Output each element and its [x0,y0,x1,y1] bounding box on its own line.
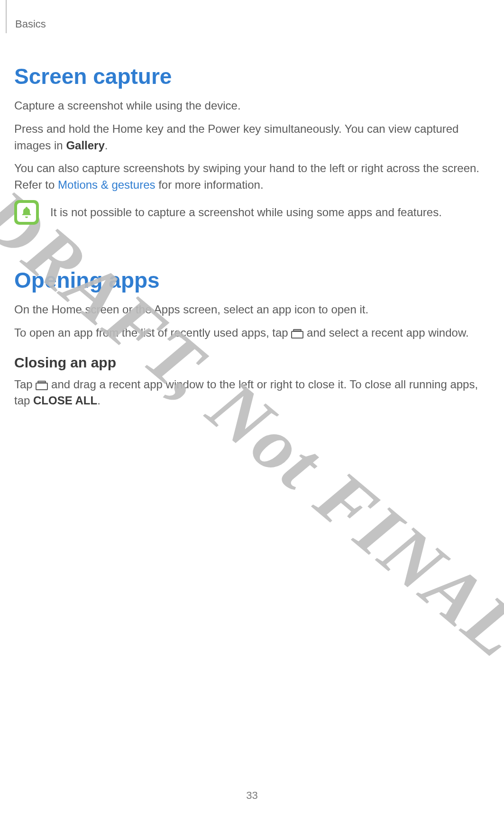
text: Tap [14,378,36,391]
heading-opening-apps: Opening apps [14,267,490,293]
breadcrumb: Basics [15,18,490,30]
recent-apps-icon [36,378,48,388]
text: and select a recent app window. [303,326,468,339]
paragraph: Press and hold the Home key and the Powe… [14,121,490,154]
heading-screen-capture: Screen capture [14,64,490,89]
bold-text-close-all: CLOSE ALL [33,394,97,407]
text: . [105,139,108,152]
note-text: It is not possible to capture a screensh… [50,204,442,221]
note-bell-icon [14,200,39,225]
link-motions-gestures[interactable]: Motions & gestures [58,178,155,191]
paragraph: Tap and drag a recent app window to the … [14,376,490,410]
document-page: Basics DRAFT, Not FINAL Screen capture C… [0,0,504,815]
paragraph: Capture a screenshot while using the dev… [14,98,490,114]
subheading-closing-an-app: Closing an app [14,355,490,371]
paragraph: On the Home screen or the Apps screen, s… [14,302,490,318]
text: for more information. [155,178,263,191]
page-number: 33 [246,789,257,802]
recent-apps-icon [291,327,303,336]
draft-watermark: DRAFT, Not FINAL [0,172,504,676]
svg-rect-2 [36,383,47,390]
paragraph: To open an app from the list of recently… [14,325,490,341]
text: To open an app from the list of recently… [14,326,291,339]
svg-rect-0 [292,331,303,338]
note-callout: It is not possible to capture a screensh… [14,200,490,225]
left-margin-rule [6,0,7,33]
bold-text-gallery: Gallery [66,139,104,152]
paragraph: You can also capture screenshots by swip… [14,160,490,193]
text: . [97,394,101,407]
svg-rect-3 [38,381,46,383]
svg-rect-1 [293,330,301,331]
